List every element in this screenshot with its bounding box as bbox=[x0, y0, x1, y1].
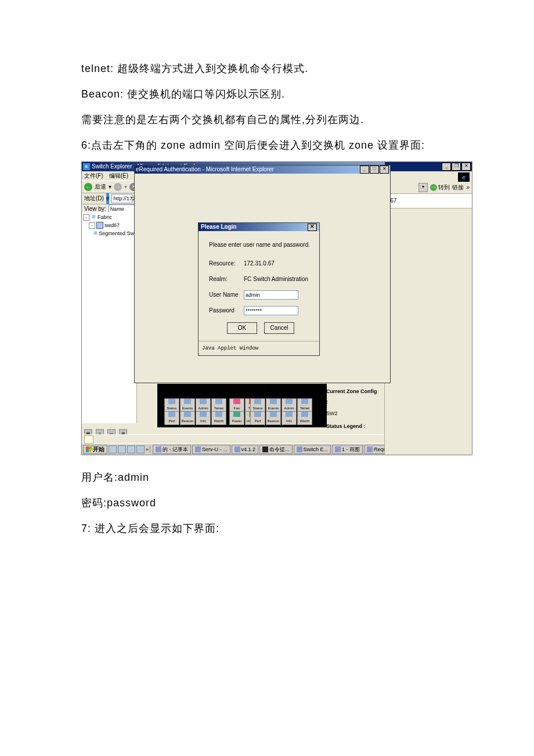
close-button[interactable]: ✕ bbox=[380, 165, 389, 174]
links-label[interactable]: 链接 bbox=[452, 182, 464, 193]
switch-view-area: Status Events Admin Telnet Fan Temp Stat… bbox=[157, 384, 327, 427]
paragraph-password: 密码:password bbox=[81, 492, 453, 513]
login-dialog: Please Login ✕ Please enter user name an… bbox=[198, 222, 320, 356]
task-cmd[interactable]: 命令提... bbox=[259, 445, 293, 454]
forward-icon[interactable]: → bbox=[114, 183, 122, 191]
close-button[interactable]: ✕ bbox=[461, 163, 471, 171]
paragraph-step6: 6:点击左下角的 zone admin 空间后便会进入到交换机 zone 设置界… bbox=[81, 135, 453, 156]
info-button[interactable]: Info bbox=[196, 411, 211, 425]
maximize-button[interactable]: □ bbox=[370, 165, 379, 174]
icon-strip-right-bottom: Perf Beacon Info Watch bbox=[250, 411, 312, 425]
back-dropdown[interactable]: ▾ bbox=[109, 181, 111, 193]
password-label: Password bbox=[209, 305, 244, 316]
status-legend-heading: Status Legend : bbox=[326, 421, 380, 431]
windows-logo-icon bbox=[86, 447, 92, 452]
task-servu[interactable]: Serv-U - ... bbox=[192, 445, 230, 454]
task-paint[interactable]: 1 - 画图 bbox=[332, 445, 363, 454]
realm-value: FC Switch Administration bbox=[244, 273, 312, 285]
java-applet-footer: Java Applet Window bbox=[199, 341, 319, 355]
screenshot: e Switch Explorer - Microsoft Internet E… bbox=[81, 161, 472, 455]
power-button[interactable]: Power bbox=[229, 411, 244, 425]
admin2-button[interactable]: Admin bbox=[282, 398, 297, 412]
zone-config-heading: Current Zone Config : bbox=[326, 386, 380, 407]
quicklaunch-icon-2[interactable] bbox=[118, 445, 126, 453]
task-switch-explorer[interactable]: Switch E... bbox=[294, 445, 331, 454]
back-label[interactable]: 后退 bbox=[95, 181, 106, 193]
fabric-icon: ⊞ bbox=[91, 214, 96, 220]
minimize-button[interactable]: _ bbox=[360, 165, 369, 174]
beacon-button[interactable]: Beacon bbox=[180, 411, 195, 425]
ie-throbber-icon: e bbox=[458, 172, 470, 182]
menu-file[interactable]: 文件(F) bbox=[84, 170, 103, 182]
resource-value: 172.31.0.67 bbox=[244, 258, 312, 269]
watch-button[interactable]: Watch bbox=[211, 411, 226, 425]
links-expand[interactable]: » bbox=[466, 182, 470, 193]
status-page-icon bbox=[84, 435, 93, 444]
ie-icon: e bbox=[83, 163, 90, 170]
admin-button[interactable]: Admin bbox=[196, 398, 211, 412]
menu-edit[interactable]: 编辑(E) bbox=[109, 170, 128, 182]
quicklaunch-icon-3[interactable] bbox=[127, 445, 135, 453]
outer-window-buttons: _ ❐ ✕ bbox=[442, 163, 471, 171]
address-label: 地址(D) bbox=[84, 193, 104, 204]
outer-right-strip: _ ❐ ✕ e ▾ → 转到 链接 » d67 bbox=[384, 162, 472, 455]
realm-label: Realm: bbox=[209, 273, 244, 285]
paragraph-note: 需要注意的是左右两个交换机都有自己的属性,分列在两边. bbox=[81, 109, 453, 130]
go-icon: → bbox=[430, 184, 437, 191]
inner-titlebar: e Required Authentication - Microsoft In… bbox=[135, 165, 390, 174]
paragraph-step7: 7: 进入之后会显示如下界面: bbox=[81, 518, 453, 539]
zone-name: SW2 bbox=[326, 408, 380, 419]
go-label: 转到 bbox=[438, 182, 450, 193]
back-icon[interactable]: ← bbox=[84, 183, 92, 191]
quicklaunch-icon-4[interactable] bbox=[136, 445, 145, 453]
perf-button[interactable]: Perf bbox=[164, 411, 179, 425]
legend-critical: Critical bbox=[326, 455, 380, 455]
perf2-button[interactable]: Perf bbox=[250, 411, 265, 425]
icon-strip-left-top: Status Events Admin Telnet bbox=[164, 398, 226, 412]
minimize-button[interactable]: _ bbox=[442, 163, 451, 171]
start-label: 开始 bbox=[93, 444, 104, 455]
ie-page-icon: e bbox=[106, 193, 110, 204]
expander-icon[interactable]: - bbox=[83, 214, 89, 221]
resource-label: Resource: bbox=[209, 258, 244, 269]
expander-icon[interactable]: - bbox=[89, 222, 95, 229]
right-field: d67 bbox=[385, 194, 472, 208]
login-titlebar: Please Login ✕ bbox=[199, 223, 319, 231]
quicklaunch-icon-1[interactable] bbox=[109, 445, 117, 453]
beacon2-button[interactable]: Beacon bbox=[266, 411, 281, 425]
ok-button[interactable]: OK bbox=[227, 322, 257, 334]
telnet2-button[interactable]: Telnet bbox=[297, 398, 312, 412]
cancel-button[interactable]: Cancel bbox=[264, 322, 294, 334]
telnet-button[interactable]: Telnet bbox=[211, 398, 226, 412]
address-dropdown-icon[interactable]: ▾ bbox=[418, 183, 428, 192]
icon-strip-right-top: Status Events Admin Telnet bbox=[250, 398, 312, 412]
login-message: Please enter user name and password. bbox=[209, 239, 312, 251]
events-button[interactable]: Events bbox=[180, 398, 195, 412]
dialog-close-button[interactable]: ✕ bbox=[308, 224, 317, 231]
username-label: User Name bbox=[209, 289, 244, 301]
segmented-icon: ⊞ bbox=[93, 231, 98, 236]
task-v412[interactable]: v4.1.2 bbox=[232, 445, 259, 454]
watch2-button[interactable]: Watch bbox=[297, 411, 312, 425]
inner-title-text: Required Authentication - Microsoft Inte… bbox=[139, 164, 360, 175]
go-button[interactable]: → 转到 bbox=[430, 182, 450, 193]
fan-button[interactable]: Fan bbox=[229, 398, 244, 412]
icon-strip-left-bottom: Perf Beacon Info Watch bbox=[164, 411, 226, 425]
status2-button[interactable]: Status bbox=[250, 398, 265, 412]
tree-child2-label: Segmented Swit bbox=[99, 228, 137, 239]
events2-button[interactable]: Events bbox=[266, 398, 281, 412]
task-notepad[interactable]: 的 - 记事本 bbox=[153, 445, 191, 454]
paragraph-telnet: telnet: 超级终端方式进入到交换机命令行模式. bbox=[81, 58, 453, 79]
address-input[interactable]: http://172 bbox=[111, 194, 132, 203]
paragraph-beacon: Beacon: 使交换机的端口等闪烁以示区别. bbox=[81, 84, 453, 105]
status-button[interactable]: Status bbox=[164, 398, 179, 412]
username-input[interactable]: admin bbox=[244, 290, 298, 300]
tree-child-segmented[interactable]: ⊞ Segmented Swit bbox=[83, 229, 135, 237]
password-input[interactable]: ******** bbox=[244, 306, 298, 315]
inner-window-buttons: _ □ ✕ bbox=[360, 165, 389, 174]
paragraph-username: 用户名:admin bbox=[81, 467, 453, 488]
info2-button[interactable]: Info bbox=[282, 411, 297, 425]
start-button[interactable]: 开始 bbox=[83, 445, 107, 454]
tree-panel: - ⊞ Fabric - swd67 ⊞ Segmented Swit bbox=[82, 212, 137, 423]
maximize-button[interactable]: ❐ bbox=[452, 163, 461, 171]
